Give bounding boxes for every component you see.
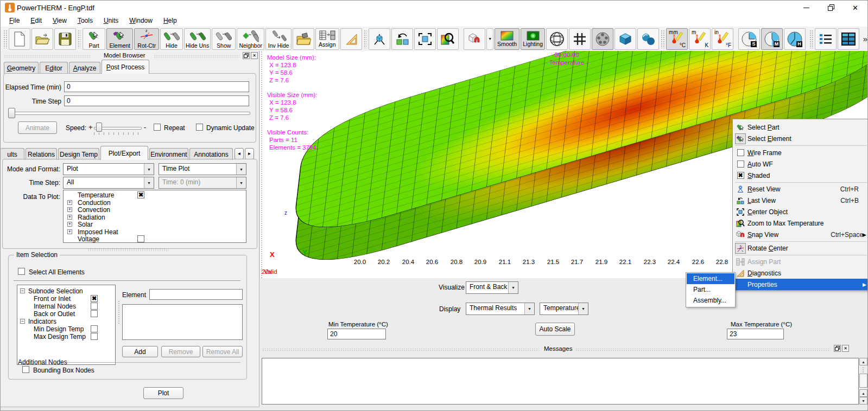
min-temperature-input[interactable] xyxy=(327,329,386,339)
panel-gripper[interactable] xyxy=(154,55,239,58)
messages-scrollbar[interactable]: ▲ ▲ ▼ xyxy=(859,358,867,404)
new-file-button[interactable] xyxy=(9,28,30,50)
panel-gripper[interactable] xyxy=(575,348,831,351)
units-mm-celsius-button[interactable]: mm °C xyxy=(666,28,688,50)
temperature-checkbox[interactable]: ✖ xyxy=(137,191,144,198)
units-m-kelvin-button[interactable]: m K xyxy=(689,28,711,50)
tab-plot-export[interactable]: Plot/Export xyxy=(100,146,148,160)
remove-all-button[interactable]: Remove All xyxy=(202,346,243,357)
minimize-button[interactable] xyxy=(794,1,819,15)
messages-log[interactable] xyxy=(262,358,859,404)
smooth-button[interactable]: Smooth xyxy=(495,28,519,50)
inverse-hide-button[interactable]: Inv Hide xyxy=(265,28,292,50)
scroll-up-button[interactable]: ▲ xyxy=(859,389,867,397)
wireframe-globe-button[interactable] xyxy=(546,28,568,50)
time-dropdown[interactable]: Time: 0 (min)▼ xyxy=(159,177,246,189)
hide-unselected-button[interactable]: Hide Uns xyxy=(184,28,211,50)
menu-tools[interactable]: Tools xyxy=(72,16,98,25)
isometric-view-button[interactable] xyxy=(369,28,390,50)
tree-item[interactable]: Min Design Temp xyxy=(17,325,115,333)
panel-float-button[interactable] xyxy=(243,52,250,59)
context-menu-item-rotate-center[interactable]: Rotate Center xyxy=(733,242,868,254)
tree-item[interactable]: Back or Outlet xyxy=(17,310,115,318)
toolbar-gripper[interactable] xyxy=(3,30,7,48)
assign-button[interactable]: Assign xyxy=(315,28,339,50)
expand-icon[interactable]: + xyxy=(67,200,72,205)
time-slider-thumb[interactable] xyxy=(8,108,15,118)
menu-edit[interactable]: Edit xyxy=(25,16,47,25)
panel-close-button[interactable]: ✕ xyxy=(251,52,258,59)
tree-item[interactable]: Temperature ✖ xyxy=(64,191,246,199)
zoom-select-button[interactable] xyxy=(437,28,459,50)
context-menu-item-snap-view[interactable]: Snap View Ctrl+Space ▶ xyxy=(733,229,868,240)
save-button[interactable] xyxy=(54,28,76,50)
center-object-button[interactable] xyxy=(414,28,436,50)
animate-button[interactable]: Animate xyxy=(18,121,57,134)
tab-post-process[interactable]: Post Process xyxy=(102,60,149,74)
time-slider-track[interactable] xyxy=(9,112,250,115)
auto-scale-button[interactable]: Auto Scale xyxy=(535,323,575,336)
toolbar-gripper[interactable] xyxy=(661,30,664,48)
context-menu-item-assign-part[interactable]: Assign Part xyxy=(733,256,868,267)
tree-item[interactable]: +Convection xyxy=(64,206,246,214)
element-listbox[interactable] xyxy=(122,304,243,340)
neighbor-button[interactable]: Neighbor xyxy=(237,28,264,50)
toolbar-gripper[interactable] xyxy=(78,30,81,48)
voltage-checkbox[interactable] xyxy=(137,235,144,242)
grid-display-button[interactable] xyxy=(569,28,591,50)
tab-scroll-left-button[interactable]: ◄ xyxy=(235,148,244,159)
back-or-outlet-checkbox[interactable] xyxy=(91,310,98,317)
panel-gripper[interactable] xyxy=(87,248,169,252)
context-menu-item-last-view[interactable]: Last View Ctrl+B xyxy=(733,195,868,206)
bounding-box-nodes-checkbox[interactable] xyxy=(22,366,29,373)
context-menu-item-reset-view[interactable]: Reset View Ctrl+R xyxy=(733,183,868,195)
tree-item[interactable]: Internal Nodes xyxy=(17,303,115,310)
display-mode-dropdown[interactable]: Thermal Results▼ xyxy=(466,303,535,315)
panel-gripper[interactable] xyxy=(262,348,539,351)
mode-dropdown[interactable]: Plot▼ xyxy=(63,163,154,175)
submenu-item-element[interactable]: Element... xyxy=(687,273,734,284)
format-dropdown[interactable]: Time Plot▼ xyxy=(159,163,246,175)
tab-results[interactable]: ults xyxy=(1,148,24,160)
menu-units[interactable]: Units xyxy=(98,16,124,25)
tree-item[interactable]: +Conduction xyxy=(64,199,246,207)
toolbar-gripper[interactable] xyxy=(809,30,813,48)
context-menu-item-center-object[interactable]: Center Object xyxy=(733,206,868,217)
smooth-spheres-button[interactable] xyxy=(637,28,659,50)
time-step-dropdown[interactable]: All▼ xyxy=(63,177,154,189)
elapsed-time-input[interactable] xyxy=(64,81,249,92)
context-menu-item-select-part[interactable]: Select Part xyxy=(733,121,868,133)
open-file-button[interactable] xyxy=(31,28,53,50)
submenu-item-assembly[interactable]: Assembly... xyxy=(687,295,734,306)
min-design-temp-checkbox[interactable] xyxy=(91,325,98,332)
tab-editor[interactable]: Editor xyxy=(40,62,68,74)
expand-icon[interactable]: + xyxy=(67,207,72,212)
collapse-icon[interactable]: − xyxy=(20,319,25,324)
scrollbar-thumb[interactable] xyxy=(859,374,867,388)
splitter-gripper[interactable] xyxy=(118,300,121,324)
context-menu-item-shaded[interactable]: ✖ Shaded xyxy=(733,170,868,181)
messages-float-button[interactable] xyxy=(834,345,841,352)
scroll-down-button[interactable]: ▼ xyxy=(859,397,867,404)
menu-help[interactable]: Help xyxy=(158,16,182,25)
tab-design-temp[interactable]: Design Temp xyxy=(58,148,99,160)
context-menu-item-zoom-to-max-temperature[interactable]: Zoom to Max Temperature xyxy=(733,217,868,229)
hide-button[interactable]: Hide xyxy=(160,28,183,50)
restore-button[interactable] xyxy=(819,1,843,15)
messages-close-button[interactable]: ✕ xyxy=(842,345,849,352)
list-view-button[interactable] xyxy=(815,28,837,50)
time-seconds-button[interactable]: S xyxy=(738,28,760,50)
display-quantity-dropdown[interactable]: Temperature▼ xyxy=(540,303,588,315)
rotation-center-button[interactable]: z Rot-Ctr xyxy=(134,28,159,50)
max-temperature-input[interactable] xyxy=(727,329,784,339)
collapse-icon[interactable]: − xyxy=(20,288,25,293)
context-menu-item-select-element[interactable]: Select Element xyxy=(733,133,868,144)
submenu-item-part[interactable]: Part... xyxy=(687,284,734,295)
tree-item[interactable]: +Imposed Heat xyxy=(64,228,246,236)
tab-scroll-right-button[interactable]: ► xyxy=(245,148,254,159)
tree-item[interactable]: +Solar xyxy=(64,221,246,228)
element-input[interactable] xyxy=(149,289,243,300)
perforated-sphere-button[interactable] xyxy=(592,28,613,50)
front-or-inlet-checkbox[interactable]: ✖ xyxy=(91,295,98,302)
tab-geometry[interactable]: Geometry xyxy=(4,62,39,74)
